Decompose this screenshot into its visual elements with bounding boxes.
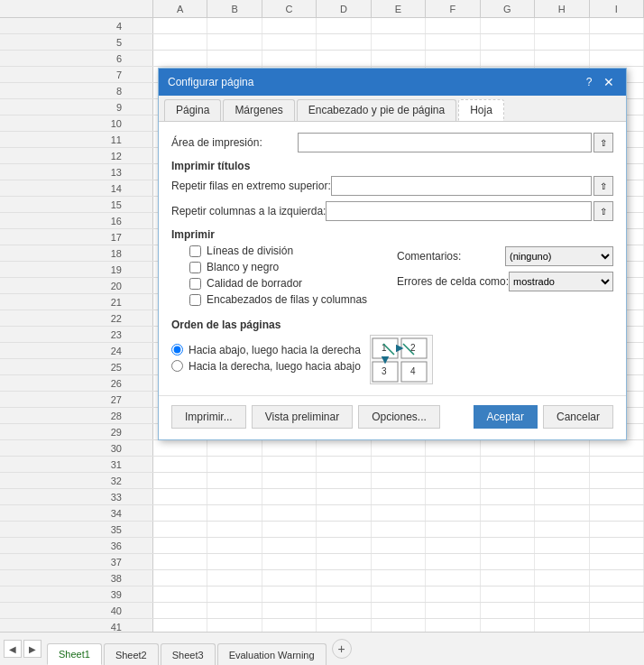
data-cell[interactable] [535, 34, 589, 50]
data-cell[interactable] [207, 457, 262, 472]
data-cell[interactable] [153, 586, 207, 602]
vista-prelim-button[interactable]: Vista preliminar [252, 405, 353, 429]
data-cell[interactable] [262, 538, 317, 553]
data-cell[interactable] [481, 570, 535, 586]
opcion1-radio[interactable] [171, 344, 183, 356]
data-cell[interactable] [317, 440, 371, 456]
sheet-tab-sheet2[interactable]: Sheet2 [104, 643, 159, 665]
table-row[interactable]: 34 [0, 505, 644, 522]
data-cell[interactable] [426, 570, 480, 586]
table-row[interactable]: 33 [0, 489, 644, 505]
data-cell[interactable] [590, 34, 644, 50]
data-cell[interactable] [481, 34, 535, 50]
calidad-borrador-checkbox[interactable] [189, 278, 201, 290]
data-cell[interactable] [207, 440, 262, 456]
data-cell[interactable] [153, 538, 207, 553]
add-sheet-button[interactable]: + [332, 639, 352, 659]
data-cell[interactable] [481, 586, 535, 602]
data-cell[interactable] [153, 489, 207, 504]
data-cell[interactable] [535, 440, 589, 456]
data-cell[interactable] [153, 440, 207, 456]
data-cell[interactable] [426, 554, 480, 569]
opcion2-radio[interactable] [171, 360, 183, 372]
table-row[interactable]: 6 [0, 51, 644, 67]
data-cell[interactable] [153, 51, 207, 66]
errores-select[interactable]: mostrado [509, 272, 613, 291]
data-cell[interactable] [372, 51, 426, 66]
data-cell[interactable] [262, 457, 317, 472]
data-cell[interactable] [590, 51, 644, 66]
data-cell[interactable] [372, 489, 426, 504]
data-cell[interactable] [207, 603, 262, 618]
data-cell[interactable] [372, 34, 426, 50]
data-cell[interactable] [207, 554, 262, 569]
data-cell[interactable] [317, 489, 371, 504]
cancelar-button[interactable]: Cancelar [543, 405, 613, 429]
data-cell[interactable] [317, 586, 371, 602]
data-cell[interactable] [481, 457, 535, 472]
aceptar-button[interactable]: Aceptar [474, 405, 538, 429]
tab-margenes[interactable]: Márgenes [223, 99, 294, 121]
data-cell[interactable] [262, 586, 317, 602]
data-cell[interactable] [207, 18, 262, 33]
table-row[interactable]: 37 [0, 554, 644, 570]
data-cell[interactable] [262, 18, 317, 33]
table-row[interactable]: 39 [0, 586, 644, 603]
repetir-filas-input[interactable] [331, 176, 592, 196]
data-cell[interactable] [426, 440, 480, 456]
encabezados-checkbox[interactable] [189, 294, 201, 306]
data-cell[interactable] [590, 489, 644, 504]
data-cell[interactable] [481, 538, 535, 553]
nav-right-button[interactable]: ▶ [23, 640, 41, 658]
data-cell[interactable] [481, 489, 535, 504]
sheet-tab-sheet3[interactable]: Sheet3 [161, 643, 216, 665]
data-cell[interactable] [481, 440, 535, 456]
data-cell[interactable] [317, 457, 371, 472]
data-cell[interactable] [262, 570, 317, 586]
data-cell[interactable] [590, 603, 644, 618]
data-cell[interactable] [262, 522, 317, 537]
data-cell[interactable] [317, 18, 371, 33]
data-cell[interactable] [481, 505, 535, 521]
table-row[interactable]: 4 [0, 18, 644, 34]
data-cell[interactable] [535, 570, 589, 586]
nav-left-button[interactable]: ◀ [4, 640, 22, 658]
data-cell[interactable] [372, 457, 426, 472]
data-cell[interactable] [372, 570, 426, 586]
data-cell[interactable] [153, 473, 207, 488]
data-cell[interactable] [590, 522, 644, 537]
data-cell[interactable] [262, 473, 317, 488]
data-cell[interactable] [207, 473, 262, 488]
data-cell[interactable] [481, 18, 535, 33]
data-cell[interactable] [590, 554, 644, 569]
table-row[interactable]: 36 [0, 538, 644, 554]
data-cell[interactable] [590, 586, 644, 602]
area-impresion-input[interactable] [298, 133, 592, 152]
data-cell[interactable] [153, 570, 207, 586]
data-cell[interactable] [426, 51, 480, 66]
data-cell[interactable] [262, 440, 317, 456]
sheet-tab-evaluation-warning[interactable]: Evaluation Warning [217, 643, 327, 665]
data-cell[interactable] [426, 603, 480, 618]
data-cell[interactable] [426, 489, 480, 504]
close-button[interactable]: ✕ [601, 74, 617, 90]
tab-encabezado[interactable]: Encabezado y pie de página [297, 99, 456, 121]
table-row[interactable]: 32 [0, 473, 644, 489]
repetir-filas-collapse-btn[interactable]: ⇧ [593, 176, 613, 196]
data-cell[interactable] [590, 473, 644, 488]
data-cell[interactable] [153, 522, 207, 537]
data-cell[interactable] [535, 489, 589, 504]
data-cell[interactable] [535, 51, 589, 66]
data-cell[interactable] [262, 505, 317, 521]
data-cell[interactable] [535, 538, 589, 553]
data-cell[interactable] [372, 18, 426, 33]
data-cell[interactable] [590, 440, 644, 456]
data-cell[interactable] [372, 440, 426, 456]
repetir-cols-collapse-btn[interactable]: ⇧ [593, 201, 613, 221]
repetir-cols-input[interactable] [326, 201, 592, 221]
data-cell[interactable] [535, 522, 589, 537]
tab-hoja[interactable]: Hoja [458, 99, 504, 121]
data-cell[interactable] [535, 603, 589, 618]
data-cell[interactable] [207, 522, 262, 537]
data-cell[interactable] [426, 473, 480, 488]
